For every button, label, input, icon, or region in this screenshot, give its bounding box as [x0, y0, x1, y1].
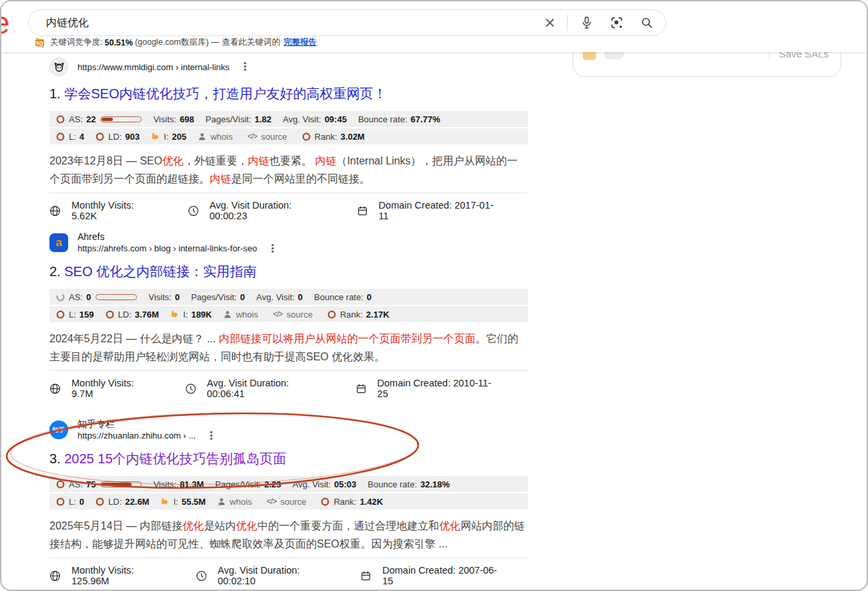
- mic-icon[interactable]: [579, 15, 595, 31]
- meta-item: Domain Created: 2007-06-15: [360, 565, 498, 586]
- clock-icon: [188, 205, 204, 217]
- meta-text: Avg. Visit Duration: 00:02:10: [218, 565, 331, 586]
- metric-value: 09:45: [325, 114, 347, 124]
- metric-bouncerate: Bounce rate:32.18%: [368, 479, 450, 489]
- result-title-link[interactable]: 学会SEO内链优化技巧，打造用户友好的高权重网页！: [64, 86, 386, 101]
- clock-icon: [185, 383, 202, 394]
- seo-metrics-row-traffic: AS:75Visits:81.3MPages/Visit:2.23Avg. Vi…: [49, 476, 528, 492]
- search-header: e 内链优化: [1, 1, 867, 52]
- browser-page: https://www.mmldigi.com › internal-links…: [0, 0, 868, 591]
- meta-text: Avg. Visit Duration: 00:06:41: [207, 378, 326, 399]
- description-text: 2025年5月14日 — 内部链接: [49, 520, 182, 531]
- metric-value: 55.5M: [182, 497, 206, 507]
- result-description: 2023年12月8日 — SEO优化，外链重要，内链也要紧。 内链（Intern…: [49, 152, 528, 188]
- meta-text: Monthly Visits: 9.7M: [71, 378, 156, 399]
- metric-label: whois: [230, 497, 252, 507]
- metric-whois[interactable]: whois: [223, 310, 261, 320]
- meta-text: Monthly Visits: 125.96M: [71, 565, 166, 586]
- result-url[interactable]: https://zhuanlan.zhihu.com › ...: [78, 430, 196, 441]
- metric-label: L:: [69, 497, 76, 507]
- seoquake-info-bar: SQ 关键词竞争度: 50.51% (google.com数据库) — 查看此关…: [35, 37, 317, 48]
- metric-source[interactable]: </>source: [267, 497, 309, 507]
- meta-item: Monthly Visits: 5.62K: [49, 200, 158, 221]
- metric-rank: Rank:1.42K: [321, 497, 383, 507]
- search-icon[interactable]: [639, 15, 655, 31]
- metric-label: Rank:: [315, 132, 337, 142]
- highlighted-keyword: 内链: [210, 173, 231, 185]
- authority-score-bar: [100, 481, 142, 487]
- arc-icon: [56, 293, 65, 302]
- result-rank: 1.: [49, 86, 64, 101]
- ring-icon: [321, 497, 329, 506]
- metric-whois[interactable]: whois: [217, 497, 255, 507]
- more-options-icon[interactable]: ⋮: [206, 431, 216, 441]
- code-icon: </>: [273, 310, 282, 319]
- meta-text: Avg. Visit Duration: 00:00:23: [210, 200, 327, 221]
- meta-text: Monthly Visits: 5.62K: [71, 200, 158, 221]
- highlighted-keyword: 优化: [162, 155, 184, 166]
- highlighted-keyword: 内部链接可以将用户从网站的一个页面带到另一个页面: [219, 333, 475, 344]
- bing-index-icon: [160, 497, 169, 506]
- meta-text: Domain Created: 2017-01-11: [379, 200, 498, 221]
- metric-label: Avg. Visit:: [293, 479, 331, 489]
- metric-i: I:55.5M: [160, 497, 205, 507]
- metric-label: Pages/Visit:: [191, 292, 237, 302]
- metric-pagesvisit: Pages/Visit:1.82: [206, 114, 272, 124]
- metric-value: 67.77%: [411, 114, 440, 124]
- meta-item: Domain Created: 2010-11-25: [355, 378, 498, 399]
- metric-value: 189K: [191, 310, 212, 320]
- result-url[interactable]: https://ahrefs.com › blog › internal-lin…: [78, 243, 257, 254]
- description-text: 是同一个网站里的不同链接。: [231, 173, 370, 185]
- seo-metrics-row-traffic: AS:0Visits:0Pages/Visit:0Avg. Visit:0Bou…: [49, 289, 528, 305]
- result-rank: 3.: [49, 451, 64, 466]
- ring-icon: [96, 132, 104, 141]
- meta-text: Domain Created: 2010-11-25: [378, 378, 498, 399]
- metric-value: 0: [240, 292, 245, 302]
- lens-icon[interactable]: [609, 15, 625, 31]
- result-title-link[interactable]: SEO 优化之内部链接：实用指南: [64, 264, 257, 279]
- result-site-row: https://www.mmldigi.com › internal-links…: [49, 57, 528, 76]
- metric-label: whois: [210, 132, 233, 142]
- result-title-link[interactable]: 2025 15个内链优化技巧告别孤岛页面: [64, 451, 286, 466]
- metric-i: I:189K: [170, 310, 212, 320]
- zhihu-favicon-icon: 知乎: [49, 421, 68, 439]
- metric-label: LD:: [108, 497, 122, 507]
- description-text: ，外链重要，: [184, 155, 248, 166]
- more-options-icon[interactable]: ⋮: [240, 62, 251, 72]
- ring-icon: [56, 132, 65, 141]
- result-url[interactable]: https://www.mmldigi.com › internal-links: [78, 62, 230, 73]
- ring-icon: [302, 132, 311, 141]
- ring-icon: [56, 497, 65, 506]
- clear-icon[interactable]: [542, 15, 558, 31]
- authority-score-fill: [102, 483, 132, 486]
- search-result: https://www.mmldigi.com › internal-links…: [49, 57, 528, 221]
- meta-item: Avg. Visit Duration: 00:02:10: [196, 565, 331, 586]
- metric-as: AS:75: [56, 479, 142, 489]
- metric-value: 3.02M: [341, 132, 365, 142]
- metric-label: L:: [69, 310, 76, 320]
- metric-rank: Rank:3.02M: [302, 132, 365, 142]
- calendar-icon: [360, 570, 377, 582]
- metric-source[interactable]: </>source: [273, 310, 315, 320]
- metric-value: 05:03: [334, 479, 356, 489]
- metric-label: AS:: [69, 479, 83, 489]
- metric-pagesvisit: Pages/Visit:0: [191, 292, 245, 302]
- metric-label: source: [261, 132, 287, 142]
- meta-item: Avg. Visit Duration: 00:06:41: [185, 378, 326, 399]
- search-box[interactable]: 内链优化: [28, 9, 666, 36]
- metric-bouncerate: Bounce rate:67.77%: [358, 114, 440, 124]
- metric-label: Avg. Visit:: [283, 114, 321, 124]
- result-divider: [49, 558, 528, 558]
- metric-source[interactable]: </>source: [247, 132, 290, 142]
- metric-whois[interactable]: whois: [198, 132, 236, 142]
- search-input[interactable]: 内链优化: [46, 16, 542, 30]
- full-report-link[interactable]: 完整报告: [283, 37, 317, 48]
- code-icon: </>: [267, 497, 276, 506]
- clock-icon: [196, 570, 212, 582]
- description-text: 也要紧。: [269, 155, 315, 166]
- metric-label: Visits:: [153, 114, 176, 124]
- metric-rank: Rank:2.17K: [327, 310, 390, 320]
- more-options-icon[interactable]: ⋮: [267, 243, 278, 254]
- meta-item: Domain Created: 2017-01-11: [357, 200, 498, 221]
- result-site-row: 知乎 知乎专栏 https://zhuanlan.zhihu.com › ...…: [49, 419, 528, 441]
